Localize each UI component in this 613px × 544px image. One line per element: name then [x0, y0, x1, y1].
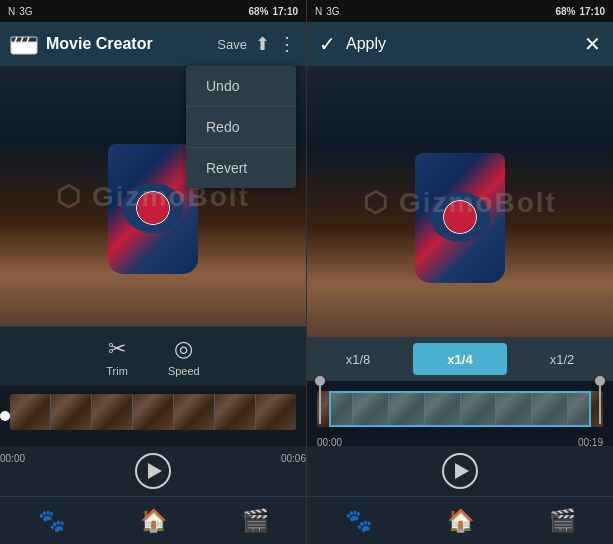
nav-item-1[interactable]: 🐾	[38, 508, 65, 534]
speed-option-1-4[interactable]: x1/4	[413, 343, 507, 375]
revert-menu-item[interactable]: Revert	[186, 148, 296, 188]
speed-tool[interactable]: ◎ Speed	[168, 336, 200, 377]
timeline-strip[interactable]	[10, 394, 296, 430]
frame-1	[10, 394, 51, 430]
right-nav-item-2[interactable]: 🏠	[447, 508, 474, 534]
right-network-icon: 3G	[326, 6, 339, 17]
scissors-icon: ✂	[108, 336, 126, 362]
right-timeline: 00:00 00:19	[307, 381, 613, 446]
right-nfc-icon: N	[315, 6, 322, 17]
right-play-icon	[455, 463, 469, 479]
right-video-content	[415, 153, 505, 283]
right-play-button[interactable]	[442, 453, 478, 489]
left-top-bar: Movie Creator Save ⬆ ⋮	[0, 22, 306, 66]
right-time-end: 00:19	[578, 437, 603, 448]
speed-icon: ◎	[174, 336, 193, 362]
right-nav-item-3[interactable]: 🎬	[549, 508, 576, 534]
tools-bar: ✂ Trim ◎ Speed	[0, 326, 306, 386]
app-title: Movie Creator	[46, 35, 209, 53]
right-knob-ball	[595, 376, 605, 386]
frame-6	[215, 394, 256, 430]
right-time-start: 00:00	[317, 437, 342, 448]
status-left-icons: N 3G	[8, 6, 33, 17]
right-nav-item-1[interactable]: 🐾	[345, 508, 372, 534]
video-content	[108, 144, 198, 274]
apply-label: Apply	[346, 35, 574, 53]
frame-2	[51, 394, 92, 430]
right-status-right: 68% 17:10	[555, 6, 605, 17]
right-knob-line	[599, 386, 601, 424]
r-frame-3	[389, 391, 425, 427]
timeline-playhead[interactable]	[0, 411, 10, 421]
left-status-bar: N 3G 68% 17:10	[0, 0, 306, 22]
redo-menu-item[interactable]: Redo	[186, 107, 296, 148]
r-frame-2	[353, 391, 389, 427]
undo-menu-item[interactable]: Undo	[186, 66, 296, 107]
right-top-bar: ✓ Apply ✕	[307, 22, 613, 66]
battery-level: 68%	[248, 6, 268, 17]
right-status-bar: N 3G 68% 17:10	[307, 0, 613, 22]
nav-item-3[interactable]: 🎬	[242, 508, 269, 534]
right-battery: 68%	[555, 6, 575, 17]
trim-tool[interactable]: ✂ Trim	[106, 336, 128, 377]
speed-option-1-8[interactable]: x1/8	[311, 343, 405, 375]
left-knob-ball	[315, 376, 325, 386]
right-panel: N 3G 68% 17:10 ✓ Apply ✕ ⬡ GizmoBolt x1/…	[306, 0, 613, 544]
play-button[interactable]	[135, 453, 171, 489]
right-time: 17:10	[579, 6, 605, 17]
frame-7	[256, 394, 296, 430]
dropdown-menu: Undo Redo Revert	[186, 66, 296, 188]
close-button[interactable]: ✕	[584, 32, 601, 56]
right-video-background: ⬡ GizmoBolt	[307, 66, 613, 337]
left-knob-line	[319, 386, 321, 424]
more-options-icon[interactable]: ⋮	[278, 33, 296, 55]
left-panel: N 3G 68% 17:10 Movie Creator Save ⬆ ⋮ Un…	[0, 0, 306, 544]
speed-label: Speed	[168, 365, 200, 377]
right-timeline-strip[interactable]	[317, 391, 603, 427]
speed-option-1-2[interactable]: x1/2	[515, 343, 609, 375]
frame-4	[133, 394, 174, 430]
nfc-icon: N	[8, 6, 15, 17]
play-icon	[148, 463, 162, 479]
left-range-handle[interactable]	[315, 376, 325, 424]
r-frame-4	[425, 391, 461, 427]
r-frame-7	[532, 391, 568, 427]
nav-item-2[interactable]: 🏠	[140, 508, 167, 534]
left-timeline: 00:00 00:06	[0, 386, 306, 446]
right-bottom-nav: 🐾 🏠 🎬	[307, 496, 613, 544]
share-icon[interactable]: ⬆	[255, 33, 270, 55]
network-icon: 3G	[19, 6, 32, 17]
time-display: 17:10	[272, 6, 298, 17]
time-start-label: 00:00	[0, 453, 25, 464]
left-play-area	[0, 446, 306, 496]
clapper-icon	[10, 33, 38, 55]
save-button[interactable]: Save	[217, 37, 247, 52]
apply-check-icon[interactable]: ✓	[319, 32, 336, 56]
speed-selector: x1/8 x1/4 x1/2	[307, 337, 613, 381]
left-bottom-nav: 🐾 🏠 🎬	[0, 496, 306, 544]
frame-3	[92, 394, 133, 430]
frame-5	[174, 394, 215, 430]
right-status-left: N 3G	[315, 6, 340, 17]
right-range-handle[interactable]	[595, 376, 605, 424]
status-right-info: 68% 17:10	[248, 6, 298, 17]
time-end-label: 00:06	[281, 453, 306, 464]
r-frame-6	[496, 391, 532, 427]
r-frame-5	[461, 391, 497, 427]
trim-label: Trim	[106, 365, 128, 377]
right-play-area	[307, 446, 613, 496]
right-video-area: ⬡ GizmoBolt	[307, 66, 613, 337]
